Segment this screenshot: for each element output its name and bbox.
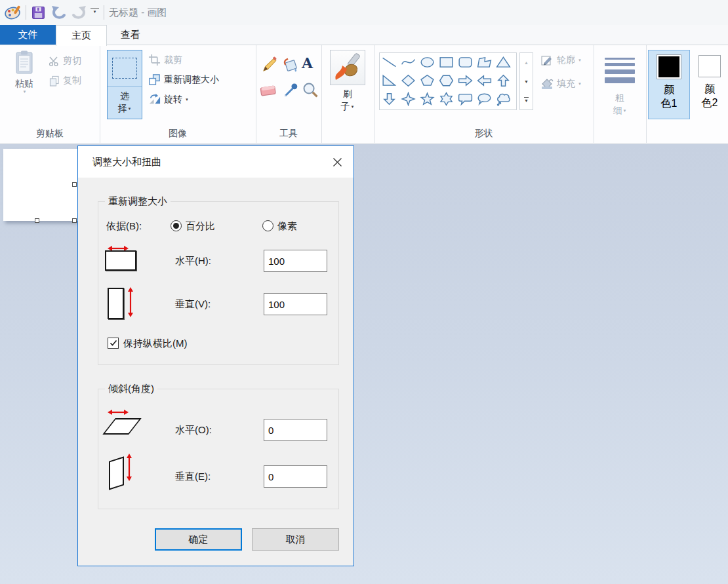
resize-legend: 重新调整大小 xyxy=(105,195,171,208)
crop-button[interactable]: 裁剪 xyxy=(148,54,182,66)
shape-right-arrow-icon[interactable] xyxy=(456,71,475,90)
image-group-label: 图像 xyxy=(100,128,256,140)
fill-icon xyxy=(540,77,554,90)
shape-diamond-icon[interactable] xyxy=(399,71,418,90)
outline-button[interactable]: 轮廓 ▼ xyxy=(540,54,582,67)
close-icon[interactable] xyxy=(325,151,350,172)
group-shapes: ▲ ▼ ▼ 轮廓 ▼ 填充 xyxy=(374,45,594,143)
fill-with-color-tool-button[interactable] xyxy=(282,56,299,76)
title-bar: ▼ 无标题 - 画图 xyxy=(0,0,728,25)
skew-horizontal-label: 水平(O): xyxy=(175,424,212,437)
copy-button[interactable]: 复制 xyxy=(49,75,81,87)
shape-up-arrow-icon[interactable] xyxy=(494,71,513,90)
canvas-resize-handle-corner[interactable] xyxy=(72,218,77,223)
shapes-scroll-down-button[interactable]: ▼ xyxy=(520,72,533,91)
shape-triangle-icon[interactable] xyxy=(494,53,513,71)
shape-pentagon-icon[interactable] xyxy=(418,71,437,90)
group-image: 选 择▼ 裁剪 重新调整大小 xyxy=(100,45,256,143)
shape-six-point-star-icon[interactable] xyxy=(437,90,456,108)
ribbon: 粘贴 ▼ 剪切 复制 剪贴板 xyxy=(0,45,728,144)
shape-curve-icon[interactable] xyxy=(399,53,418,71)
pixels-radio[interactable] xyxy=(262,220,273,231)
paint-logo-icon xyxy=(3,5,23,20)
paste-label: 粘贴 xyxy=(15,77,33,90)
skew-vertical-arrow-icon xyxy=(126,454,132,484)
shape-oval-callout-icon[interactable] xyxy=(475,90,494,108)
size-button[interactable]: 粗 细▼ xyxy=(600,50,639,117)
skew-vertical-input[interactable] xyxy=(264,465,327,488)
skew-horizontal-parallelogram-icon xyxy=(102,418,142,435)
rotate-button[interactable]: 旋转 ▼ xyxy=(148,93,189,106)
shape-line-icon[interactable] xyxy=(380,53,399,71)
tab-file[interactable]: 文件 xyxy=(0,25,56,45)
resize-groupbox: 重新调整大小 依据(B): 百分比 像素 水平(H): 垂直(V): xyxy=(98,201,339,365)
tools-group-label: 工具 xyxy=(256,128,321,140)
resize-button[interactable]: 重新调整大小 xyxy=(148,73,219,86)
shapes-group-label: 形状 xyxy=(374,128,594,140)
undo-icon[interactable] xyxy=(50,5,68,20)
customize-qat-dropdown-icon[interactable]: ▼ xyxy=(91,9,99,13)
fill-button[interactable]: 填充 ▼ xyxy=(540,77,582,90)
shape-polygon-icon[interactable] xyxy=(475,53,494,71)
resize-label: 重新调整大小 xyxy=(164,74,219,86)
color2-button[interactable]: 颜 色2 xyxy=(693,50,726,119)
shape-hexagon-icon[interactable] xyxy=(437,71,456,90)
skew-horizontal-arrow-icon xyxy=(108,406,129,418)
resize-vertical-label: 垂直(V): xyxy=(175,298,211,311)
shapes-expand-button[interactable]: ▼ xyxy=(520,90,533,109)
shapes-scroll-up-button[interactable]: ▲ xyxy=(520,53,533,72)
shape-rectangle-icon[interactable] xyxy=(437,53,456,71)
copy-label: 复制 xyxy=(63,75,81,87)
cut-label: 剪切 xyxy=(63,55,81,67)
scissors-icon xyxy=(49,56,60,67)
shape-cloud-callout-icon[interactable] xyxy=(494,90,513,108)
pencil-tool-button[interactable] xyxy=(261,56,278,76)
fill-label: 填充 xyxy=(557,78,575,90)
group-clipboard: 粘贴 ▼ 剪切 复制 剪贴板 xyxy=(0,45,100,143)
shape-five-point-star-icon[interactable] xyxy=(418,90,437,108)
brush-dropdown-icon: ▼ xyxy=(351,105,355,109)
eraser-tool-button[interactable] xyxy=(260,83,278,100)
text-tool-button[interactable]: A xyxy=(302,55,313,71)
canvas-resize-handle-bottom[interactable] xyxy=(35,218,39,223)
size-dropdown-icon: ▼ xyxy=(623,109,627,113)
skew-groupbox: 倾斜(角度) 水平(O): 垂直(E): xyxy=(98,389,339,509)
shape-down-arrow-icon[interactable] xyxy=(380,90,399,108)
tab-view[interactable]: 查看 xyxy=(106,25,155,45)
ok-button[interactable]: 确定 xyxy=(155,528,242,551)
select-button[interactable]: 选 择▼ xyxy=(107,50,142,119)
crop-label: 裁剪 xyxy=(164,54,182,66)
percentage-radio[interactable] xyxy=(171,220,182,231)
shape-four-point-star-icon[interactable] xyxy=(399,90,418,108)
qat-separator xyxy=(104,5,104,20)
magnifier-tool-button[interactable] xyxy=(302,81,319,101)
aspect-checkbox[interactable] xyxy=(108,338,119,349)
paste-button[interactable]: 粘贴 ▼ xyxy=(5,50,43,94)
tab-home[interactable]: 主页 xyxy=(56,25,107,46)
cut-button[interactable]: 剪切 xyxy=(49,55,81,67)
crop-icon xyxy=(148,54,161,66)
save-icon[interactable] xyxy=(30,5,46,20)
resize-by-label: 依据(B): xyxy=(106,220,142,233)
shape-grid xyxy=(379,52,517,110)
color-picker-tool-button[interactable] xyxy=(282,81,299,101)
select-dropdown-icon: ▼ xyxy=(128,107,132,111)
copy-icon xyxy=(49,75,60,87)
color1-button[interactable]: 颜 色1 xyxy=(648,50,690,119)
cancel-button[interactable]: 取消 xyxy=(252,528,339,551)
dialog-title: 调整大小和扭曲 xyxy=(92,146,161,178)
brush-button[interactable]: 刷 子▼ xyxy=(327,50,369,113)
skew-horizontal-input[interactable] xyxy=(264,419,327,441)
shape-right-triangle-icon[interactable] xyxy=(380,71,399,90)
resize-vertical-arrow-icon xyxy=(127,287,134,320)
redo-icon[interactable] xyxy=(70,5,88,20)
shape-oval-icon[interactable] xyxy=(418,53,437,71)
shape-rounded-rectangular-callout-icon[interactable] xyxy=(456,90,475,108)
resize-horizontal-input[interactable] xyxy=(264,250,327,272)
canvas-resize-handle-right[interactable] xyxy=(72,182,77,187)
paste-icon xyxy=(14,50,35,77)
drawing-canvas[interactable] xyxy=(3,149,77,221)
shape-rounded-rectangle-icon[interactable] xyxy=(456,53,475,71)
resize-vertical-input[interactable] xyxy=(264,293,327,315)
shape-left-arrow-icon[interactable] xyxy=(475,71,494,90)
